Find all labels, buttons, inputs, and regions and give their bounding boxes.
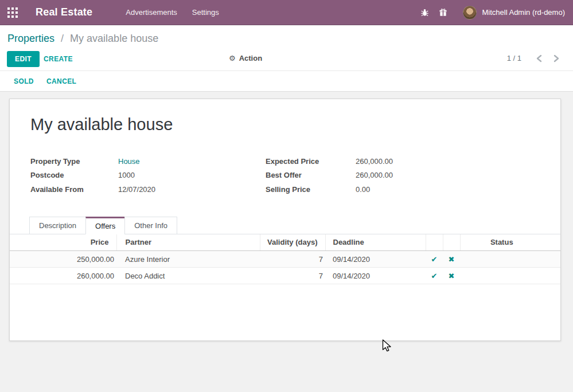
offer-row[interactable]: 250,000.00 Azure Interior 7 09/14/2020 ✔… — [10, 251, 560, 268]
sold-button[interactable]: SOLD — [14, 75, 34, 88]
field-value: 1000 — [118, 171, 135, 179]
create-button[interactable]: CREATE — [44, 51, 73, 67]
field-postcode: Postcode 1000 — [30, 168, 266, 183]
navbar-menus: Advertisements Settings — [124, 6, 220, 19]
top-navbar: Real Estate Advertisements Settings — [0, 0, 573, 25]
breadcrumb-current: My available house — [70, 33, 158, 44]
offer-deadline: 09/14/2020 — [325, 268, 426, 284]
accept-offer-icon[interactable]: ✔ — [431, 272, 438, 280]
apps-menu-icon[interactable] — [7, 7, 18, 18]
control-buttons-row: EDIT CREATE ⚙ Action 1 / 1 — [0, 47, 573, 71]
offer-validity: 7 — [260, 251, 325, 268]
pager-value: 1 / 1 — [507, 54, 521, 62]
debug-bug-icon[interactable] — [420, 8, 430, 17]
offer-partner: Azure Interior — [116, 251, 260, 268]
action-menu-button[interactable]: ⚙ Action — [229, 54, 262, 62]
breadcrumb-properties-link[interactable]: Properties — [7, 33, 54, 44]
field-group-right: Expected Price 260,000.00 Best Offer 260… — [266, 154, 540, 197]
offer-row[interactable]: 260,000.00 Deco Addict 7 09/14/2020 ✔ ✖ — [10, 268, 560, 284]
field-best-offer: Best Offer 260,000.00 — [266, 168, 540, 183]
field-expected-price: Expected Price 260,000.00 — [266, 154, 540, 168]
field-value: 12/07/2020 — [118, 185, 155, 194]
field-value: 0.00 — [356, 185, 370, 194]
offer-price: 260,000.00 — [10, 268, 116, 284]
menu-advertisements[interactable]: Advertisements — [124, 6, 178, 19]
user-avatar[interactable] — [463, 6, 477, 19]
pager: 1 / 1 — [507, 54, 559, 62]
pager-previous-icon[interactable] — [536, 54, 542, 62]
navbar-right: Mitchell Admin (rd-demo) — [420, 6, 566, 19]
breadcrumb-separator: / — [61, 33, 64, 44]
field-value: 260,000.00 — [356, 171, 393, 179]
property-title: My available house — [30, 113, 540, 136]
gift-icon[interactable] — [439, 8, 448, 17]
tab-description[interactable]: Description — [29, 217, 86, 234]
tab-offers[interactable]: Offers — [85, 217, 125, 234]
offer-status — [460, 268, 560, 284]
offer-price: 250,000.00 — [10, 251, 116, 268]
field-property-type: Property Type House — [30, 154, 266, 168]
column-header-status[interactable]: Status — [460, 234, 560, 251]
statusbar: SOLD CANCEL — [0, 71, 573, 92]
form-sheet: My available house Property Type House P… — [9, 99, 561, 341]
column-header-accept — [426, 234, 443, 251]
field-label: Selling Price — [266, 185, 356, 194]
field-label: Available From — [30, 185, 118, 194]
refuse-offer-icon[interactable]: ✖ — [449, 272, 455, 280]
pager-next-icon[interactable] — [553, 54, 559, 62]
control-panel: Properties / My available house EDIT CRE… — [0, 25, 573, 92]
menu-settings[interactable]: Settings — [191, 6, 220, 19]
column-header-deadline[interactable]: Deadline — [325, 234, 426, 251]
refuse-offer-icon[interactable]: ✖ — [449, 255, 455, 264]
offers-table: Price Partner Validity (days) Deadline S… — [10, 234, 560, 285]
offer-partner: Deco Addict — [116, 268, 260, 284]
offer-status — [460, 251, 560, 268]
field-label: Property Type — [30, 157, 118, 166]
cancel-button[interactable]: CANCEL — [46, 75, 76, 88]
offer-deadline: 09/14/2020 — [325, 251, 426, 268]
field-label: Expected Price — [266, 157, 356, 166]
breadcrumb: Properties / My available house — [0, 25, 573, 47]
column-header-refuse — [443, 234, 460, 251]
offer-validity: 7 — [260, 268, 325, 284]
field-grid: Property Type House Postcode 1000 Availa… — [10, 154, 560, 197]
property-type-link[interactable]: House — [118, 157, 140, 166]
column-header-price[interactable]: Price — [10, 234, 116, 251]
field-value: 260,000.00 — [356, 157, 393, 166]
gear-icon: ⚙ — [229, 54, 236, 62]
field-label: Postcode — [30, 171, 118, 179]
form-view-content: My available house Property Type House P… — [0, 92, 573, 389]
field-group-left: Property Type House Postcode 1000 Availa… — [30, 154, 266, 197]
field-label: Best Offer — [266, 171, 356, 179]
column-header-partner[interactable]: Partner — [116, 234, 260, 251]
offers-table-header-row: Price Partner Validity (days) Deadline S… — [10, 234, 560, 251]
field-available-from: Available From 12/07/2020 — [30, 182, 266, 197]
notebook-tabs: Description Offers Other Info — [10, 217, 560, 234]
column-header-validity[interactable]: Validity (days) — [260, 234, 325, 251]
user-menu[interactable]: Mitchell Admin (rd-demo) — [482, 8, 566, 17]
grid-icon — [7, 7, 18, 18]
app-brand-title[interactable]: Real Estate — [36, 6, 92, 18]
field-selling-price: Selling Price 0.00 — [266, 182, 540, 197]
action-menu-label: Action — [239, 54, 262, 62]
accept-offer-icon[interactable]: ✔ — [431, 255, 438, 264]
edit-button[interactable]: EDIT — [7, 51, 40, 67]
tab-other-info[interactable]: Other Info — [124, 217, 177, 234]
